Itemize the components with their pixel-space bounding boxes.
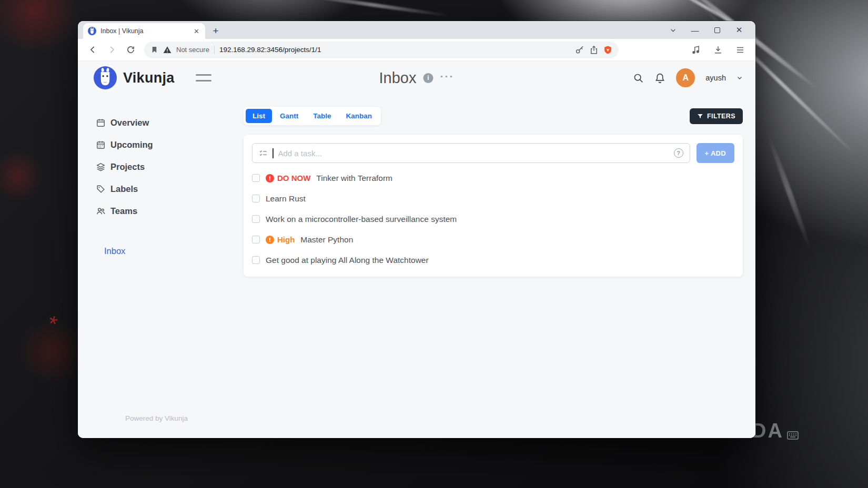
- sidebar-item-projects[interactable]: Projects: [78, 156, 238, 178]
- task-row[interactable]: Work on a microcontroller-based surveill…: [252, 209, 734, 229]
- calendar-days-icon: [96, 140, 106, 150]
- priority-badge: ! DO NOW: [266, 174, 310, 182]
- filters-button[interactable]: FILTERS: [690, 108, 743, 124]
- search-icon[interactable]: [633, 73, 644, 84]
- sidebar-item-teams[interactable]: Teams: [78, 200, 238, 222]
- add-task-input-wrap[interactable]: ?: [252, 143, 690, 163]
- sidebar-item-upcoming[interactable]: Upcoming: [78, 134, 238, 156]
- user-menu-chevron-icon[interactable]: [736, 75, 743, 81]
- sidebar-item-overview[interactable]: Overview: [78, 111, 238, 134]
- tag-icon: [96, 184, 106, 194]
- task-row[interactable]: Learn Rust: [252, 188, 734, 209]
- avatar[interactable]: A: [676, 68, 695, 87]
- app-body: Overview Upcoming Projects Labels Teams: [78, 95, 755, 438]
- user-name[interactable]: ayush: [705, 74, 726, 82]
- page-title-group: Inbox i ···: [379, 69, 455, 87]
- share-icon[interactable]: [589, 45, 599, 55]
- passwords-key-icon[interactable]: [575, 45, 584, 55]
- more-options-icon[interactable]: ···: [440, 76, 454, 79]
- priority-badge: ! High: [266, 235, 295, 244]
- add-task-button[interactable]: + ADD: [697, 143, 734, 163]
- calendar-icon: [96, 118, 106, 128]
- task-checkbox[interactable]: [252, 215, 260, 223]
- wallpaper-hair-streak: [765, 132, 813, 252]
- browser-tab[interactable]: Inbox | Vikunja ✕: [83, 23, 205, 39]
- not-secure-warning-icon: [163, 46, 171, 54]
- task-checkbox[interactable]: [252, 195, 260, 202]
- info-icon[interactable]: i: [423, 73, 433, 83]
- sidebar-toggle-icon[interactable]: [196, 74, 211, 82]
- vikunja-favicon: [88, 27, 96, 35]
- browser-menu-icon[interactable]: [735, 45, 745, 55]
- bookmark-icon[interactable]: [150, 46, 158, 54]
- new-tab-button[interactable]: +: [208, 24, 223, 38]
- notifications-bell-icon[interactable]: [654, 73, 665, 84]
- priority-alert-icon: !: [266, 236, 274, 244]
- powered-by-link[interactable]: Powered by Vikunja: [125, 414, 188, 422]
- add-task-input[interactable]: [278, 149, 669, 158]
- brand-name: Vikunja: [123, 70, 175, 86]
- back-button[interactable]: [85, 43, 100, 57]
- url-divider: [214, 46, 215, 54]
- vikunja-app: Vikunja Inbox i ··· A ayush: [78, 61, 755, 438]
- header-right: A ayush: [633, 68, 743, 87]
- view-switcher: List Gantt Table Kanban: [244, 107, 381, 125]
- toolbar-right-tools: [691, 45, 748, 55]
- tab-close-icon[interactable]: ✕: [193, 27, 200, 35]
- tab-title: Inbox | Vikunja: [100, 27, 188, 35]
- browser-toolbar: Not secure 192.168.29.82:3456/projects/1…: [78, 39, 755, 61]
- security-label: Not secure: [176, 46, 209, 54]
- funnel-icon: [697, 113, 703, 119]
- task-list-card: ? + ADD ! DO NOW Tinker with Terraform: [244, 135, 743, 277]
- task-row[interactable]: Get good at playing All Along the Watcht…: [252, 250, 734, 270]
- vikunja-llama-icon: [94, 66, 117, 89]
- sidebar-item-labels[interactable]: Labels: [78, 178, 238, 200]
- brave-shield-icon[interactable]: [603, 45, 612, 55]
- wallpaper-red-mark: *: [46, 311, 59, 337]
- downloads-icon[interactable]: [713, 45, 723, 55]
- view-switcher-row: List Gantt Table Kanban FILTERS: [244, 107, 743, 125]
- checklist-icon: [259, 149, 268, 158]
- priority-alert-icon: !: [266, 174, 274, 182]
- main-content: List Gantt Table Kanban FILTERS: [238, 95, 755, 438]
- close-button[interactable]: ✕: [728, 21, 750, 39]
- task-row[interactable]: ! High Master Python: [252, 229, 734, 250]
- minimize-button[interactable]: —: [684, 21, 706, 39]
- wallpaper-hair-streak: [295, 0, 452, 18]
- url-bar[interactable]: Not secure 192.168.29.82:3456/projects/1…: [144, 42, 619, 58]
- view-tab-kanban[interactable]: Kanban: [339, 109, 379, 123]
- window-controls: — ✕: [662, 21, 750, 39]
- task-list: ! DO NOW Tinker with Terraform Learn Rus…: [252, 168, 734, 270]
- task-title[interactable]: Get good at playing All Along the Watcht…: [266, 256, 429, 265]
- page-title: Inbox: [379, 69, 417, 87]
- browser-tab-strip: Inbox | Vikunja ✕ + — ✕: [78, 21, 755, 39]
- help-icon[interactable]: ?: [674, 148, 683, 158]
- view-tab-gantt[interactable]: Gantt: [273, 109, 305, 123]
- reload-button[interactable]: [123, 43, 138, 57]
- url-text[interactable]: 192.168.29.82:3456/projects/1/1: [219, 46, 570, 54]
- task-title[interactable]: Work on a microcontroller-based surveill…: [266, 215, 457, 224]
- add-task-row: ? + ADD: [252, 143, 734, 163]
- task-row[interactable]: ! DO NOW Tinker with Terraform: [252, 168, 734, 188]
- task-checkbox[interactable]: [252, 236, 260, 243]
- keyboard-icon: [787, 431, 799, 440]
- task-title[interactable]: Tinker with Terraform: [316, 174, 392, 183]
- maximize-button[interactable]: [706, 21, 728, 39]
- task-title[interactable]: Master Python: [300, 235, 353, 245]
- sidebar: Overview Upcoming Projects Labels Teams: [78, 95, 238, 438]
- media-control-icon[interactable]: [691, 45, 701, 55]
- layers-icon: [96, 162, 106, 172]
- task-checkbox[interactable]: [252, 174, 260, 182]
- forward-button[interactable]: [104, 43, 119, 57]
- tab-search-chevron-icon[interactable]: [662, 21, 684, 39]
- text-cursor: [272, 148, 274, 158]
- view-tab-list[interactable]: List: [246, 109, 272, 123]
- task-title[interactable]: Learn Rust: [266, 194, 306, 204]
- browser-window: Inbox | Vikunja ✕ + — ✕: [78, 21, 755, 438]
- task-checkbox[interactable]: [252, 256, 260, 264]
- view-tab-table[interactable]: Table: [306, 109, 338, 123]
- vikunja-logo[interactable]: Vikunja: [94, 66, 175, 89]
- sidebar-item-inbox[interactable]: Inbox: [78, 246, 238, 256]
- users-icon: [96, 206, 106, 216]
- app-header: Vikunja Inbox i ··· A ayush: [78, 61, 755, 95]
